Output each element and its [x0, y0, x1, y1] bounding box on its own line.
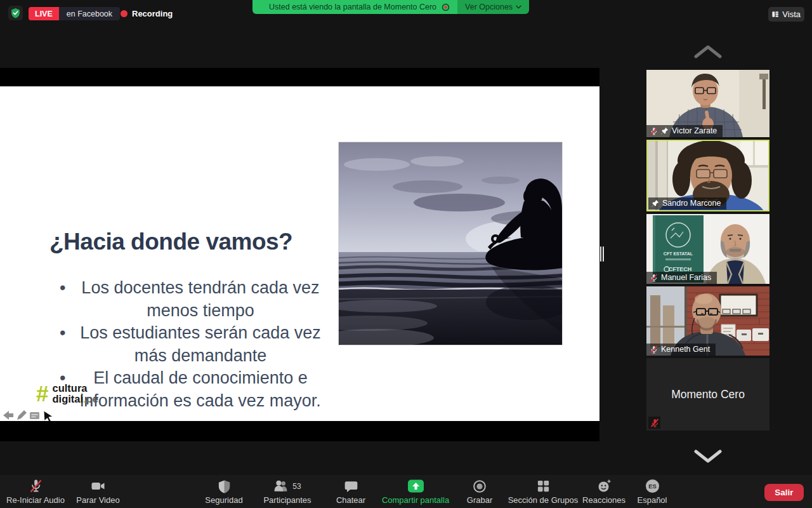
participant-name-tag: Victor Zarate — [646, 125, 723, 137]
video-tile-manuel-farias[interactable]: CFT ESTATAL CFTECH Manuel Farias — [646, 214, 769, 284]
cursor-icon — [44, 411, 53, 421]
hash-icon: # — [36, 383, 48, 404]
pin-icon — [661, 127, 669, 135]
undo-arrow-icon — [3, 411, 13, 420]
reactions-smiley-icon — [597, 479, 612, 493]
pin-icon — [652, 199, 659, 207]
panel-scroll-up-button[interactable] — [693, 44, 723, 60]
live-indicator[interactable]: LIVE en Facebook — [29, 7, 120, 20]
logo-line2: digital — [52, 393, 83, 404]
language-badge-icon: ES — [645, 479, 660, 493]
recording-dot-icon — [121, 10, 128, 17]
zoom-meeting-window: LIVE en Facebook Recording Usted está vi… — [0, 0, 812, 508]
culturadigital-logo: # cultura digital.pe — [36, 383, 98, 404]
leave-meeting-button[interactable]: Salir — [764, 484, 804, 501]
unmute-audio-button[interactable]: Re-Iniciar Audio — [0, 478, 71, 505]
screen-share-banner: Usted está viendo la pantalla de Momento… — [252, 0, 529, 14]
chat-bubble-icon — [344, 479, 358, 493]
mic-muted-indicator — [648, 417, 660, 429]
camera-icon — [90, 478, 106, 494]
slide-bullet: Los estudiantes serán cada vez más deman… — [75, 322, 326, 367]
pencil-icon — [17, 410, 27, 420]
chevron-down-icon — [694, 450, 722, 464]
mic-muted-icon — [650, 345, 658, 354]
recording-label: Recording — [132, 9, 173, 18]
video-tile-sandro-marcone[interactable]: Sandro Marcone — [646, 140, 769, 211]
video-tile-momento-cero[interactable]: Momento Cero — [646, 358, 769, 431]
share-screen-button[interactable]: Compartir pantalla — [379, 478, 452, 505]
chat-button[interactable]: Chatear — [320, 478, 381, 505]
video-tile-victor-zarate[interactable]: Victor Zarate — [646, 70, 769, 137]
participants-button[interactable]: 53 Participantes — [257, 478, 318, 505]
mic-muted-icon — [650, 418, 659, 427]
record-button[interactable]: Grabar — [449, 478, 510, 505]
slide-bullet: El caudal de conocimiento e información … — [75, 367, 326, 412]
mic-muted-icon — [650, 127, 658, 135]
mic-muted-icon — [650, 274, 658, 282]
recording-indicator: Recording — [121, 7, 173, 20]
meeting-toolbar: Re-Iniciar Audio Parar Video Seguridad — [0, 475, 812, 508]
panel-scroll-down-button[interactable] — [693, 450, 723, 465]
view-grid-icon — [772, 10, 778, 18]
participant-name-tag: Sandro Marcone — [648, 197, 726, 210]
encryption-shield-button[interactable] — [8, 6, 23, 20]
participant-name-centered: Momento Cero — [671, 388, 745, 401]
banner-recording-icon — [442, 3, 450, 11]
slide-bullet-list: Los docentes tendrán cada vez menos tiem… — [58, 277, 326, 412]
participant-name-tag: Manuel Farias — [646, 272, 717, 284]
language-badge-text: ES — [648, 483, 657, 490]
shield-check-icon — [10, 8, 21, 18]
interpretation-language-button[interactable]: ES Español — [622, 478, 683, 505]
mic-muted-icon — [28, 478, 44, 494]
record-circle-icon — [472, 479, 487, 494]
logo-line1: cultura — [52, 382, 87, 394]
panel-icon — [30, 412, 39, 419]
cft-banner-title: CFT ESTATAL — [664, 251, 693, 256]
security-button[interactable]: Seguridad — [193, 478, 254, 505]
annotation-toolbar — [2, 410, 60, 421]
security-shield-icon — [217, 479, 232, 494]
logo-tld: pe — [86, 393, 98, 404]
breakout-grid-icon — [536, 479, 551, 493]
panel-resize-handle[interactable] — [600, 246, 605, 262]
stop-video-button[interactable]: Parar Video — [68, 478, 128, 505]
participants-icon — [273, 479, 289, 493]
view-button[interactable]: Vista — [768, 7, 804, 22]
live-badge: LIVE — [29, 7, 59, 20]
chevron-down-icon — [516, 5, 521, 9]
participants-count: 53 — [292, 482, 301, 491]
live-platform-label: en Facebook — [59, 7, 120, 20]
view-options-button[interactable]: Ver Opciones — [457, 0, 529, 14]
share-banner-text: Usted está viendo la pantalla de Momento… — [269, 3, 436, 11]
participant-name-tag: Kenneth Gent — [646, 344, 716, 356]
meditation-beach-image — [338, 142, 563, 345]
chevron-up-icon — [694, 44, 722, 58]
slide-bullet: Los docentes tendrán cada vez menos tiem… — [75, 277, 326, 322]
video-tile-kenneth-gent[interactable]: Kenneth Gent — [646, 286, 769, 356]
presentation-slide: ¿Hacia donde vamos? Los docentes tendrán… — [0, 86, 599, 421]
shared-screen-area: ¿Hacia donde vamos? Los docentes tendrán… — [0, 68, 599, 441]
breakout-rooms-button[interactable]: Sección de Grupos — [502, 478, 584, 505]
share-screen-icon — [407, 479, 424, 493]
slide-title: ¿Hacia donde vamos? — [49, 229, 292, 255]
